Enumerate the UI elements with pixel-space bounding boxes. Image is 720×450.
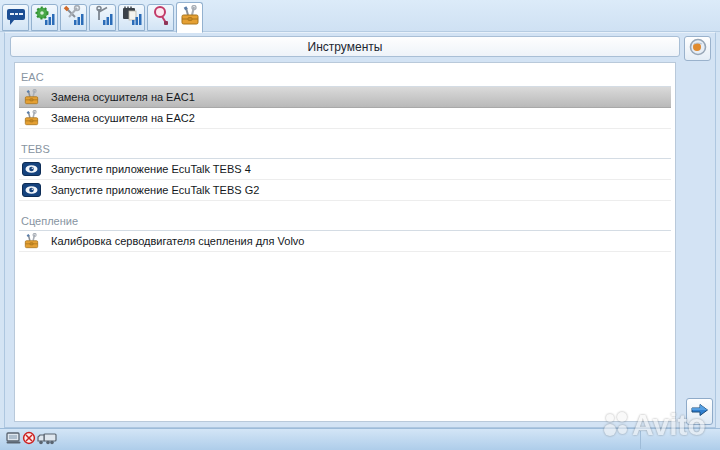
statusbar-separator — [640, 431, 641, 449]
tool-row[interactable]: Калибровка серводвигателя сцепления для … — [19, 231, 671, 252]
tool-row[interactable]: Запустите приложение EcuTalk TEBS G2 — [19, 180, 671, 201]
app-window: { "window": { "title": "Инструменты" }, … — [0, 0, 720, 450]
status-bar — [0, 428, 720, 450]
tab-diagnosis-search[interactable] — [147, 4, 174, 31]
ecutalk-icon — [21, 182, 41, 198]
section-eac: EACЗамена осушителя на EAC1Замена осушит… — [19, 69, 671, 129]
tool-row-label: Запустите приложение EcuTalk TEBS 4 — [51, 163, 251, 175]
tab-system-diagnosis[interactable] — [31, 4, 58, 31]
arrow-right-icon — [691, 402, 709, 422]
tool-row[interactable]: Замена осушителя на EAC2 — [19, 108, 671, 129]
computer-icon — [6, 431, 21, 449]
section-сцепление: СцеплениеКалибровка серводвигателя сцепл… — [19, 213, 671, 252]
tools-list-panel: EACЗамена осушителя на EAC1Замена осушит… — [14, 62, 676, 422]
tools-chart-icon — [63, 5, 85, 31]
options-button[interactable] — [684, 36, 711, 61]
page-title: Инструменты — [308, 40, 383, 54]
globe-icon — [689, 38, 707, 60]
section-title: EAC — [19, 69, 671, 87]
toolbox-icon — [21, 110, 41, 126]
section-title: TEBS — [19, 141, 671, 159]
tool-row[interactable]: Замена осушителя на EAC1 — [19, 87, 671, 108]
toolbox-icon — [179, 5, 201, 31]
tab-brand[interactable] — [2, 4, 29, 31]
connection-status — [0, 431, 57, 449]
tool-row-label: Калибровка серводвигателя сцепления для … — [51, 235, 304, 247]
toolbox-icon — [21, 89, 41, 105]
main-frame: Инструменты EACЗамена осушителя на EAC1З… — [4, 32, 716, 428]
page-title-bar: Инструменты — [10, 36, 680, 57]
tool-row-label: Замена осушителя на EAC2 — [51, 112, 195, 124]
gear-chart-icon — [34, 5, 56, 31]
ecu-chart-icon — [121, 5, 143, 31]
brand-logo-icon — [5, 5, 27, 31]
next-button[interactable] — [686, 398, 713, 425]
valve-chart-icon — [92, 5, 114, 31]
section-tebs: TEBSЗапустите приложение EcuTalk TEBS 4З… — [19, 141, 671, 201]
tab-repair[interactable] — [60, 4, 87, 31]
truck-icon — [37, 431, 57, 449]
diagnosis-magnifier-icon — [150, 5, 172, 31]
tab-bar — [0, 0, 720, 32]
tab-ecu-data[interactable] — [118, 4, 145, 31]
section-title: Сцепление — [19, 213, 671, 231]
tool-row-label: Замена осушителя на EAC1 — [51, 91, 195, 103]
toolbox-icon — [21, 233, 41, 249]
ecutalk-icon — [21, 161, 41, 177]
tool-row[interactable]: Запустите приложение EcuTalk TEBS 4 — [19, 159, 671, 180]
tab-tools[interactable] — [176, 2, 203, 33]
tab-measurement[interactable] — [89, 4, 116, 31]
tool-row-label: Запустите приложение EcuTalk TEBS G2 — [51, 184, 259, 196]
no-connection-icon — [22, 431, 36, 449]
